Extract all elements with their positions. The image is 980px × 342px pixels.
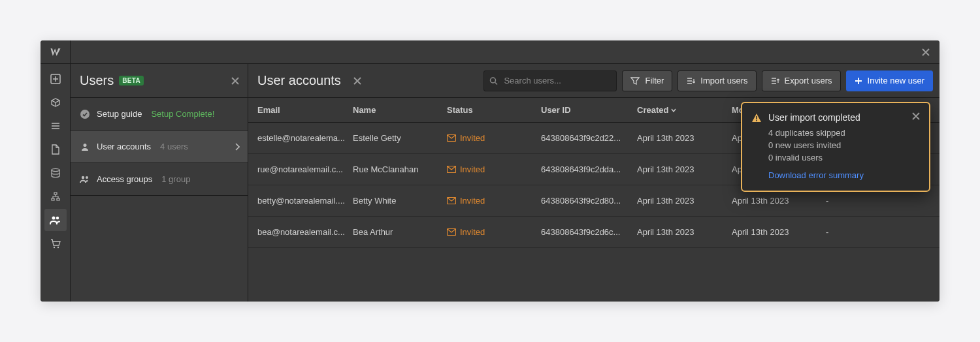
search-input[interactable]	[483, 70, 617, 91]
sidebar-header: Users BETA	[71, 64, 248, 98]
svg-point-8	[82, 176, 84, 178]
database-icon	[50, 168, 61, 178]
sidebar-title: Users	[80, 73, 114, 88]
svg-point-7	[84, 144, 87, 147]
svg-point-10	[491, 78, 496, 83]
plus-icon	[855, 77, 862, 85]
sidebar-groups-count: 1 group	[161, 174, 190, 184]
users-icon	[80, 175, 90, 184]
cell-email: rue@notarealemail.c...	[257, 164, 353, 174]
sidebar: Users BETA Setup guide Setup Complete! U…	[71, 64, 248, 302]
col-name[interactable]: Name	[353, 105, 447, 115]
sidebar-groups-label: Access groups	[97, 174, 152, 184]
envelope-icon	[447, 197, 456, 204]
svg-rect-16	[756, 120, 757, 121]
cell-created: April 13th 2023	[637, 227, 732, 237]
rail-add[interactable]	[44, 68, 67, 90]
rail-database[interactable]	[44, 162, 67, 184]
cell-email: estelle@notarealema...	[257, 133, 353, 143]
svg-point-2	[52, 217, 55, 220]
cell-modified: April 13th 2023	[732, 227, 826, 237]
envelope-icon	[447, 134, 456, 142]
webflow-logo-icon	[49, 46, 62, 59]
close-icon	[912, 112, 920, 120]
box-icon	[50, 97, 61, 108]
export-button[interactable]: Export users	[762, 70, 841, 91]
cell-name: Estelle Getty	[353, 133, 447, 143]
sidebar-accounts-label: User accounts	[97, 142, 151, 151]
table-row[interactable]: bea@notarealemail.c...Bea ArthurInvited6…	[248, 217, 939, 248]
cell-userid: 643808643f9c2d80...	[541, 196, 637, 206]
cell-products: -	[826, 196, 939, 206]
svg-point-5	[57, 247, 58, 248]
cell-status: Invited	[447, 133, 541, 143]
svg-point-3	[56, 217, 58, 219]
col-email[interactable]: Email	[257, 105, 353, 115]
cell-name: Betty White	[353, 196, 447, 206]
content-header: User accounts Filter	[248, 64, 939, 98]
cell-name: Rue McClanahan	[353, 164, 447, 174]
col-status[interactable]: Status	[447, 105, 541, 115]
plus-square-icon	[50, 74, 61, 84]
sidebar-accounts-count: 4 users	[160, 142, 188, 151]
cell-userid: 643808643f9c2d22...	[541, 133, 637, 143]
content-title: User accounts	[257, 73, 341, 88]
rail-sitemap[interactable]	[44, 185, 67, 208]
rail-pages[interactable]	[44, 138, 67, 161]
import-button[interactable]: Import users	[678, 70, 756, 91]
import-icon	[686, 76, 695, 86]
users-icon	[50, 215, 61, 225]
app-close-button[interactable]	[917, 44, 934, 61]
close-icon	[231, 76, 240, 86]
svg-point-4	[53, 247, 54, 248]
chevron-right-icon	[235, 143, 240, 151]
sidebar-close-button[interactable]	[231, 76, 240, 86]
cell-status: Invited	[447, 196, 541, 206]
import-toast: User import completed 4 duplicates skipp…	[741, 102, 930, 192]
rail-layout[interactable]	[44, 115, 67, 137]
cell-products: -	[826, 227, 939, 237]
cell-created: April 13th 2023	[637, 164, 732, 174]
toast-close-button[interactable]	[912, 112, 920, 120]
invite-button[interactable]: Invite new user	[846, 70, 933, 91]
search-icon	[489, 76, 498, 85]
svg-point-1	[52, 169, 59, 172]
cell-created: April 13th 2023	[637, 196, 732, 206]
sidebar-setup-status: Setup Complete!	[151, 109, 214, 119]
warning-icon	[751, 113, 762, 123]
close-icon	[921, 48, 930, 57]
cell-status: Invited	[447, 164, 541, 174]
col-created[interactable]: Created	[637, 105, 732, 115]
toast-line: 4 duplicates skipped	[768, 127, 920, 140]
sidebar-setup-label: Setup guide	[97, 109, 142, 119]
cell-created: April 13th 2023	[637, 133, 732, 143]
rail-box[interactable]	[44, 91, 67, 114]
toast-title: User import completed	[768, 112, 906, 123]
sidebar-item-accounts[interactable]: User accounts 4 users	[71, 131, 248, 163]
cell-userid: 643808643f9c2dda...	[541, 164, 637, 174]
sidebar-item-groups[interactable]: Access groups 1 group	[71, 163, 248, 196]
toast-download-link[interactable]: Download error summary	[768, 170, 864, 182]
logo[interactable]	[41, 40, 71, 64]
toast-line: 0 invalid users	[768, 152, 920, 164]
cell-userid: 643808643f9c2d6c...	[541, 227, 637, 237]
page-icon	[51, 144, 60, 155]
close-icon	[353, 76, 362, 86]
toast-line: 0 new users invited	[768, 140, 920, 152]
filter-button[interactable]: Filter	[622, 70, 672, 91]
cell-modified: April 13th 2023	[732, 196, 826, 206]
rail-ecommerce[interactable]	[44, 232, 67, 255]
cell-email: bea@notarealemail.c...	[257, 227, 353, 237]
col-userid[interactable]: User ID	[541, 105, 637, 115]
topbar	[41, 40, 939, 64]
rail-users[interactable]	[44, 209, 67, 231]
filter-icon	[630, 76, 640, 86]
user-icon	[80, 142, 90, 151]
beta-badge: BETA	[119, 76, 144, 86]
cell-status: Invited	[447, 227, 541, 237]
envelope-icon	[447, 166, 456, 173]
sidebar-item-setup[interactable]: Setup guide Setup Complete!	[71, 98, 248, 131]
sitemap-icon	[50, 191, 61, 202]
content-close-button[interactable]	[353, 76, 362, 86]
envelope-icon	[447, 228, 456, 236]
